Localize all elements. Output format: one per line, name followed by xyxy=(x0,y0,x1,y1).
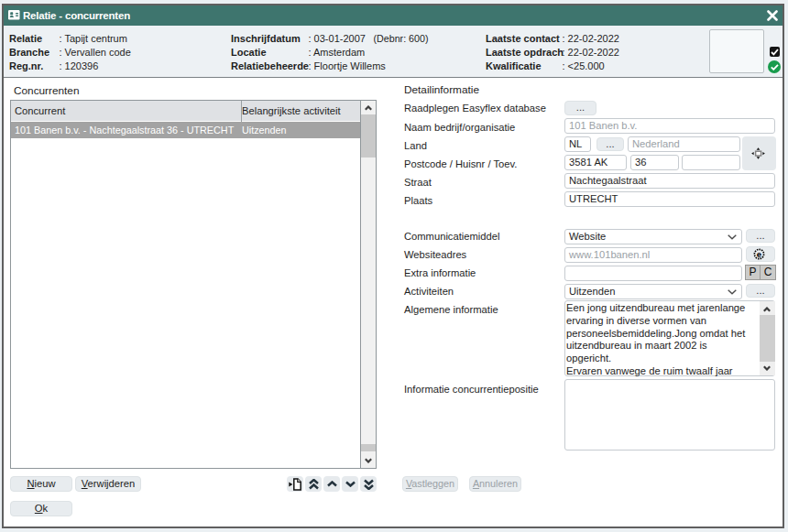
svg-text:e: e xyxy=(757,249,761,259)
